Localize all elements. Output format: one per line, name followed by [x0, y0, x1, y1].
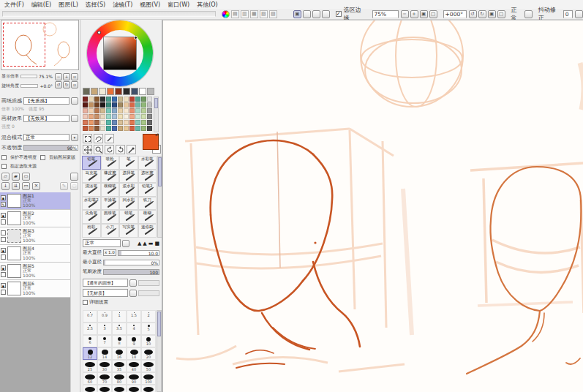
layer-visibility-checkbox[interactable]: ▪	[1, 283, 6, 288]
layer-opacity-slider[interactable]: 90%	[23, 145, 78, 151]
brush-edge-shape-icon[interactable]: ▬	[148, 240, 154, 247]
size-preset-100[interactable]: 100	[141, 372, 156, 385]
size-preset-90[interactable]: 90	[127, 372, 141, 385]
mixer-color-swatch[interactable]	[123, 88, 130, 95]
delete-layer-button[interactable]: ✕	[32, 182, 40, 190]
color-swatch[interactable]	[118, 97, 123, 102]
color-swatch[interactable]	[94, 108, 99, 113]
hue-marker[interactable]	[97, 31, 101, 34]
swatch-scrollbar[interactable]	[154, 97, 159, 132]
brush-tool-13[interactable]: 水彩笔2	[82, 197, 101, 211]
size-preset-300[interactable]: 300	[141, 385, 156, 392]
brush-tool-19[interactable]: 蜡笔	[119, 210, 138, 224]
layer-paint-indicator[interactable]	[1, 237, 6, 242]
color-swatch[interactable]	[129, 126, 135, 131]
layer-paint-indicator[interactable]	[1, 290, 6, 295]
paper-texture-select[interactable]: 【无质感】	[23, 97, 69, 105]
color-swatch[interactable]	[129, 114, 135, 119]
color-swatch[interactable]	[129, 108, 135, 113]
color-swatch[interactable]	[141, 120, 146, 125]
color-swatch[interactable]	[89, 97, 94, 102]
brush-tool-18[interactable]: 圆珠笔	[101, 210, 120, 224]
swap-colors-icon[interactable]: ⇄	[155, 132, 159, 137]
diameter-unit-button[interactable]: x 1.0	[103, 249, 116, 256]
selection-edge-checkbox[interactable]: ✓	[336, 11, 342, 17]
rect-select-tool[interactable]	[83, 134, 92, 143]
color-swatch[interactable]	[112, 126, 117, 131]
size-preset-5[interactable]: 5	[141, 323, 156, 335]
magic-wand-tool[interactable]	[105, 134, 114, 143]
color-swatch[interactable]	[141, 102, 146, 108]
selection-mode-button[interactable]	[303, 10, 311, 18]
color-swatch[interactable]	[118, 114, 123, 119]
color-swatch[interactable]	[135, 114, 140, 119]
mixer-color-swatch[interactable]	[83, 88, 90, 95]
color-swatch[interactable]	[106, 114, 111, 119]
eyedropper-tool[interactable]	[127, 145, 136, 154]
color-swatch[interactable]	[100, 97, 105, 102]
size-preset-18[interactable]: 18	[127, 347, 141, 360]
nav-zoom-in-button[interactable]: +	[63, 73, 70, 80]
brush-tool-14[interactable]: 平涂笔	[101, 197, 120, 211]
size-preset-60[interactable]: 60	[83, 372, 97, 385]
nav-rotate-cw-button[interactable]: ↻	[63, 81, 70, 88]
size-preset-0.7[interactable]: 0.7	[83, 310, 97, 323]
color-swatch[interactable]	[94, 120, 99, 125]
size-preset-0.9[interactable]: 0.9	[97, 310, 112, 323]
advanced-settings-checkbox[interactable]	[83, 300, 88, 305]
size-preset-9[interactable]: 9	[127, 335, 141, 347]
mixer-color-swatch[interactable]	[131, 88, 138, 95]
layer-row-3[interactable]: 图层3正常100%	[0, 227, 70, 245]
selection-source-checkbox[interactable]	[1, 164, 7, 169]
menu-item-2[interactable]: 编辑(E)	[31, 1, 51, 9]
lasso-tool[interactable]	[94, 134, 103, 143]
size-presets-scrollbar[interactable]	[157, 310, 162, 392]
color-swatch[interactable]	[141, 97, 146, 102]
brush-tool-23[interactable]: 写实笔	[119, 224, 138, 238]
size-preset-40[interactable]: 40	[127, 360, 141, 372]
merge-down-button[interactable]: ⇊	[12, 182, 20, 190]
brush-edge-shape-icon[interactable]: ▲	[138, 240, 141, 247]
navigator-preview[interactable]	[1, 20, 79, 70]
navigator-viewport-rect[interactable]	[3, 23, 45, 67]
color-swatch[interactable]	[100, 126, 105, 131]
hue-wheel[interactable]	[87, 20, 153, 86]
sv-marker[interactable]	[134, 36, 138, 39]
zoom-fit-button[interactable]: ▣	[420, 10, 428, 18]
size-preset-6[interactable]: 6	[83, 335, 97, 347]
menu-item-6[interactable]: 视图(V)	[140, 1, 160, 9]
color-swatch[interactable]	[147, 108, 152, 113]
color-swatch[interactable]	[124, 120, 129, 125]
rotate-view-tool[interactable]	[105, 145, 114, 154]
brush-texture-select[interactable]: 【无材质】	[83, 289, 128, 297]
zoom-out-button[interactable]: −	[401, 10, 409, 18]
layer-row-2[interactable]: ▪图层2正常100%	[0, 210, 70, 227]
layer-visibility-checkbox[interactable]: ▪	[1, 213, 6, 218]
nav-zoom-slider[interactable]	[20, 75, 37, 78]
nav-zoom-reset-button[interactable]: ▫	[71, 73, 78, 80]
color-wheel-toggle-icon[interactable]	[222, 10, 230, 18]
brush-tool-24[interactable]: 迷你刷	[138, 224, 157, 238]
color-swatch[interactable]	[124, 126, 129, 131]
color-swatch[interactable]	[83, 108, 88, 113]
new-layer-button[interactable]: ▱	[1, 173, 10, 181]
flip-button[interactable]: ▢	[497, 10, 505, 18]
brush-tool-21[interactable]: 粉彩	[82, 224, 101, 238]
color-swatch[interactable]	[147, 126, 152, 131]
color-swatch[interactable]	[129, 120, 135, 125]
brush-tool-5[interactable]: 马克笔	[82, 170, 101, 184]
layer-thumbnail[interactable]	[7, 229, 21, 243]
stabilizer-value-field[interactable]: 0	[563, 10, 573, 18]
material-effect-select[interactable]: 【无效果】	[23, 115, 69, 122]
layer-thumbnail[interactable]	[7, 194, 21, 208]
layer-visibility-checkbox[interactable]: ▪	[1, 248, 6, 253]
color-swatch[interactable]	[112, 102, 117, 108]
layer-visibility-checkbox[interactable]	[1, 230, 6, 235]
menu-item-4[interactable]: 选择(S)	[86, 1, 105, 9]
zoom-value-field[interactable]: 75%	[372, 10, 399, 18]
size-preset-30[interactable]: 30	[97, 360, 112, 372]
color-swatch[interactable]	[118, 102, 123, 108]
layer-row-1[interactable]: ▪✎图层1正常100%	[0, 192, 70, 210]
color-swatch[interactable]	[106, 126, 111, 131]
canvas-area[interactable]	[162, 20, 583, 392]
